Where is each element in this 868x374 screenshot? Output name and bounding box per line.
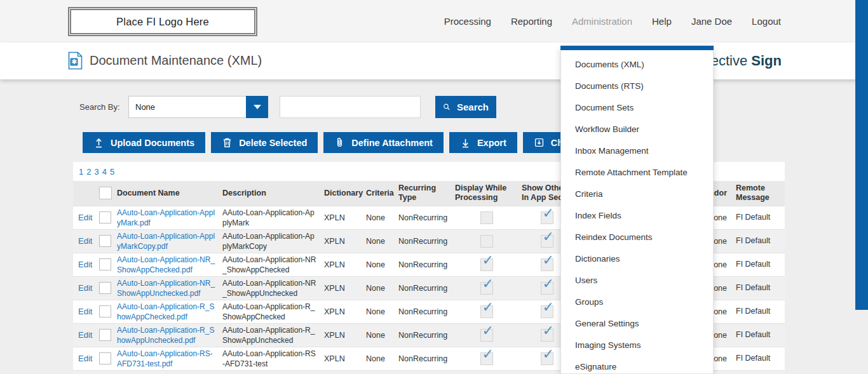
- edit-link[interactable]: Edit: [78, 236, 92, 246]
- display-while-processing-checkbox[interactable]: ✓: [480, 258, 493, 271]
- header-description: Description: [220, 181, 321, 206]
- page-link-3[interactable]: 3: [94, 167, 98, 177]
- show-other-checkbox[interactable]: ✓: [541, 305, 553, 318]
- right-side-panel-strip[interactable]: [855, 0, 868, 310]
- menu-item-imaging-systems[interactable]: Imaging Systems: [561, 335, 713, 356]
- edit-link[interactable]: Edit: [78, 260, 92, 269]
- upload-documents-button[interactable]: Upload Documents: [83, 132, 205, 153]
- nav-reporting[interactable]: Reporting: [511, 16, 552, 27]
- page-link-5[interactable]: 5: [110, 167, 114, 177]
- check-mark: ✓: [482, 253, 494, 267]
- menu-item-groups[interactable]: Groups: [561, 291, 713, 313]
- menu-item-document-sets[interactable]: Document Sets: [561, 97, 713, 119]
- display-while-processing-checkbox[interactable]: ✓: [480, 305, 493, 318]
- description-cell: AAuto-Loan-Application-ApplyMarkCopy: [220, 229, 321, 253]
- top-bar: Place FI Logo Here Processing Reporting …: [0, 0, 868, 43]
- nav-administration[interactable]: Administration: [572, 16, 632, 27]
- row-checkbox[interactable]: [99, 282, 111, 294]
- search-button[interactable]: Search: [435, 96, 496, 118]
- row-checkbox[interactable]: [99, 211, 111, 224]
- check-mark: ✓: [543, 253, 554, 267]
- description-cell: AAuto-Loan-Application-RS-AFD731-test: [220, 347, 321, 370]
- display-while-processing-checkbox[interactable]: ✓: [480, 329, 493, 342]
- edit-link[interactable]: Edit: [78, 307, 92, 316]
- recurring-type-cell: NonRecurring: [397, 206, 453, 229]
- header-remote-message: RemoteMessage: [732, 181, 785, 206]
- show-other-checkbox[interactable]: ✓: [541, 235, 553, 248]
- recurring-type-cell: NonRecurring: [397, 300, 453, 323]
- check-mark: ✓: [543, 324, 554, 338]
- menu-item-esignature[interactable]: eSignature: [561, 356, 713, 374]
- nav-processing[interactable]: Processing: [444, 16, 491, 27]
- dictionary-cell: XPLN: [321, 206, 364, 229]
- document-name-link[interactable]: AAuto-Loan-Application-NR_ShowAppUncheck…: [117, 279, 215, 298]
- fi-logo-placeholder: Place FI Logo Here: [68, 7, 257, 36]
- menu-item-workflow-builder[interactable]: Workflow Builder: [561, 119, 713, 140]
- download-icon: [460, 137, 471, 148]
- show-other-checkbox[interactable]: ✓: [541, 352, 553, 365]
- menu-item-reindex-documents[interactable]: Reindex Documents: [561, 227, 713, 248]
- menu-item-dictionaries[interactable]: Dictionaries: [561, 248, 713, 270]
- edit-link[interactable]: Edit: [78, 213, 92, 222]
- menu-item-remote-attachment-template[interactable]: Remote Attachment Template: [561, 162, 713, 184]
- row-checkbox[interactable]: [99, 329, 111, 341]
- recurring-type-cell: NonRecurring: [397, 323, 453, 347]
- show-other-checkbox[interactable]: ✓: [541, 258, 553, 271]
- document-name-link[interactable]: AAuto-Loan-Application-R_ShowAppUnchecke…: [117, 326, 214, 345]
- menu-item-criteria[interactable]: Criteria: [561, 184, 713, 205]
- menu-item-users[interactable]: Users: [561, 270, 713, 291]
- show-other-checkbox[interactable]: ✓: [541, 211, 553, 224]
- delete-selected-label: Delete Selected: [239, 138, 307, 148]
- header-dwp-line1: Display While: [455, 184, 506, 192]
- page-link-2[interactable]: 2: [86, 167, 91, 177]
- display-while-processing-checkbox[interactable]: ✓: [480, 352, 493, 365]
- main-nav: Processing Reporting Administration Help…: [444, 0, 781, 43]
- nav-user-jane-doe[interactable]: Jane Doe: [691, 16, 732, 27]
- search-button-label: Search: [457, 102, 489, 112]
- document-name-link[interactable]: AAuto-Loan-Application-ApplyMark.pdf: [117, 208, 215, 227]
- nav-help[interactable]: Help: [652, 16, 672, 27]
- check-mark: ✓: [482, 277, 494, 291]
- document-name-link[interactable]: AAuto-Loan-Application-ApplyMarkCopy.pdf: [117, 232, 215, 251]
- search-input[interactable]: [280, 96, 421, 118]
- document-name-link[interactable]: AAuto-Loan-Application-RS-AFD731-test.pd…: [117, 349, 213, 368]
- document-name-link[interactable]: AAuto-Loan-Application-R_ShowAppChecked.…: [117, 302, 214, 321]
- menu-item-inbox-management[interactable]: Inbox Management: [561, 140, 713, 162]
- row-checkbox[interactable]: [99, 258, 111, 270]
- edit-link[interactable]: Edit: [78, 354, 92, 363]
- edit-link[interactable]: Edit: [78, 283, 92, 293]
- remote-message-cell: FI Default: [732, 276, 785, 300]
- page-link-1[interactable]: 1: [79, 167, 83, 177]
- export-button[interactable]: Export: [449, 132, 517, 153]
- show-other-checkbox[interactable]: ✓: [541, 282, 553, 295]
- menu-item-documents-rts[interactable]: Documents (RTS): [561, 76, 713, 97]
- select-all-checkbox[interactable]: [99, 187, 112, 199]
- display-while-processing-checkbox[interactable]: ✓: [480, 282, 493, 295]
- menu-item-general-settings[interactable]: General Settings: [561, 313, 713, 335]
- display-while-processing-checkbox[interactable]: [480, 211, 493, 224]
- menu-item-documents-xml[interactable]: Documents (XML): [561, 54, 713, 76]
- document-name-link[interactable]: AAuto-Loan-Application-NR_ShowAppChecked…: [117, 255, 215, 274]
- description-cell: AAuto-Loan-Application-NR_ShowAppUncheck…: [220, 276, 321, 300]
- select-dropdown-button[interactable]: [246, 96, 268, 118]
- define-attachment-button[interactable]: Define Attachment: [323, 132, 444, 153]
- menu-item-index-fields[interactable]: Index Fields: [561, 205, 713, 227]
- header-criteria: Criteria: [364, 181, 397, 206]
- document-xml-icon: ✱: [68, 51, 83, 70]
- row-checkbox[interactable]: [99, 305, 111, 317]
- edit-link[interactable]: Edit: [78, 330, 92, 340]
- row-checkbox[interactable]: [99, 235, 111, 247]
- check-mark: ✓: [543, 277, 554, 291]
- search-icon: [443, 102, 451, 112]
- dropdown-accent-bar: [560, 46, 714, 50]
- page-link-4[interactable]: 4: [102, 167, 107, 177]
- nav-logout[interactable]: Logout: [752, 16, 781, 27]
- search-by-select[interactable]: None: [128, 96, 268, 118]
- criteria-cell: None: [364, 300, 397, 323]
- delete-selected-button[interactable]: Delete Selected: [211, 132, 318, 153]
- row-checkbox[interactable]: [99, 352, 111, 364]
- show-other-checkbox[interactable]: ✓: [541, 329, 553, 342]
- display-while-processing-checkbox[interactable]: [480, 235, 493, 248]
- dictionary-cell: XPLN: [321, 323, 364, 347]
- recurring-type-cell: NonRecurring: [397, 229, 453, 253]
